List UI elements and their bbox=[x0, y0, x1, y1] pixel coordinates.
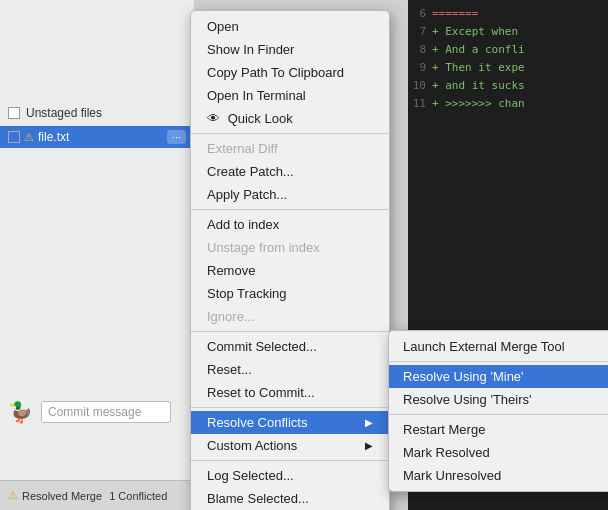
menu-item-open-terminal[interactable]: Open In Terminal bbox=[191, 84, 389, 107]
menu-item-resolve-conflicts[interactable]: Resolve Conflicts ▶ bbox=[191, 411, 389, 434]
menu-item-external-diff: External Diff bbox=[191, 137, 389, 160]
menu-item-show-finder[interactable]: Show In Finder bbox=[191, 38, 389, 61]
code-lines: 6 ======= 7 + Except when 8 + And a conf… bbox=[408, 0, 608, 112]
code-line-7: 7 + Except when bbox=[408, 22, 608, 40]
separator-3 bbox=[191, 331, 389, 332]
menu-item-apply-patch[interactable]: Apply Patch... bbox=[191, 183, 389, 206]
ellipsis-button[interactable]: ··· bbox=[167, 130, 186, 144]
submenu-item-launch-merge-tool[interactable]: Launch External Merge Tool bbox=[389, 335, 608, 358]
submenu-chevron-custom: ▶ bbox=[365, 440, 373, 451]
submenu-item-resolve-mine[interactable]: Resolve Using 'Mine' bbox=[389, 365, 608, 388]
commit-duck-icon: 🦆 bbox=[8, 400, 33, 424]
conflict-count: 1 Conflicted bbox=[109, 490, 167, 502]
unstaged-header: Unstaged files bbox=[0, 100, 194, 126]
code-line-10: 10 + and it sucks bbox=[408, 76, 608, 94]
code-line-6: 6 ======= bbox=[408, 4, 608, 22]
eye-icon: 👁 bbox=[207, 111, 220, 126]
menu-item-reset-to-commit[interactable]: Reset to Commit... bbox=[191, 381, 389, 404]
unstaged-checkbox[interactable] bbox=[8, 107, 20, 119]
commit-placeholder: Commit message bbox=[48, 405, 141, 419]
menu-item-log-selected[interactable]: Log Selected... bbox=[191, 464, 389, 487]
menu-item-commit-selected[interactable]: Commit Selected... bbox=[191, 335, 389, 358]
submenu-chevron-resolve: ▶ bbox=[365, 417, 373, 428]
menu-item-copy-path[interactable]: Copy Path To Clipboard bbox=[191, 61, 389, 84]
menu-item-reset[interactable]: Reset... bbox=[191, 358, 389, 381]
menu-item-stop-tracking[interactable]: Stop Tracking bbox=[191, 282, 389, 305]
file-checkbox[interactable] bbox=[8, 131, 20, 143]
unstaged-label: Unstaged files bbox=[26, 106, 102, 120]
submenu-item-mark-unresolved[interactable]: Mark Unresolved bbox=[389, 464, 608, 487]
menu-item-custom-actions[interactable]: Custom Actions ▶ bbox=[191, 434, 389, 457]
separator-2 bbox=[191, 209, 389, 210]
status-bar: ⚠ Resolved Merge 1 Conflicted bbox=[0, 480, 195, 510]
code-line-9: 9 + Then it expe bbox=[408, 58, 608, 76]
menu-item-unstage: Unstage from index bbox=[191, 236, 389, 259]
menu-item-blame-selected[interactable]: Blame Selected... bbox=[191, 487, 389, 510]
submenu-sep-1 bbox=[389, 361, 608, 362]
separator-1 bbox=[191, 133, 389, 134]
menu-item-add-index[interactable]: Add to index bbox=[191, 213, 389, 236]
submenu-item-mark-resolved[interactable]: Mark Resolved bbox=[389, 441, 608, 464]
status-label: Resolved Merge bbox=[22, 490, 102, 502]
code-line-11: 11 + >>>>>>> chan bbox=[408, 94, 608, 112]
menu-item-open[interactable]: Open bbox=[191, 15, 389, 38]
commit-input[interactable]: Commit message bbox=[41, 401, 171, 423]
separator-5 bbox=[191, 460, 389, 461]
menu-item-create-patch[interactable]: Create Patch... bbox=[191, 160, 389, 183]
file-row[interactable]: ⚠ file.txt ··· bbox=[0, 126, 194, 148]
menu-item-quick-look[interactable]: 👁 Quick Look bbox=[191, 107, 389, 130]
file-name: file.txt bbox=[38, 130, 167, 144]
code-line-8: 8 + And a confli bbox=[408, 40, 608, 58]
submenu-item-resolve-theirs[interactable]: Resolve Using 'Theirs' bbox=[389, 388, 608, 411]
commit-area: 🦆 Commit message bbox=[0, 394, 195, 430]
context-menu: Open Show In Finder Copy Path To Clipboa… bbox=[190, 10, 390, 510]
menu-item-remove[interactable]: Remove bbox=[191, 259, 389, 282]
submenu-item-restart-merge[interactable]: Restart Merge bbox=[389, 418, 608, 441]
warning-status-icon: ⚠ bbox=[8, 489, 18, 502]
resolve-conflicts-submenu: Launch External Merge Tool Resolve Using… bbox=[388, 330, 608, 492]
separator-4 bbox=[191, 407, 389, 408]
submenu-sep-2 bbox=[389, 414, 608, 415]
left-sidebar: Unstaged files ⚠ file.txt ··· 🦆 Commit m… bbox=[0, 0, 195, 510]
warning-icon: ⚠ bbox=[24, 131, 34, 144]
menu-item-ignore: Ignore... bbox=[191, 305, 389, 328]
